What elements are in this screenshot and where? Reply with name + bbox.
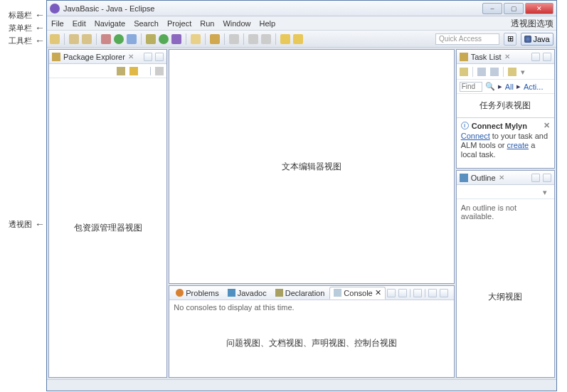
arrow-icon: ← xyxy=(35,22,45,33)
minimize-view-icon[interactable] xyxy=(531,174,540,182)
forward-icon[interactable] xyxy=(293,34,303,44)
focus-icon[interactable] xyxy=(508,68,516,76)
annotation-column: 标题栏← 菜单栏← 工具栏← 透视图← xyxy=(0,0,46,391)
menu-window[interactable]: Window xyxy=(223,19,250,28)
filter-all[interactable]: All xyxy=(505,83,514,91)
console-display-icon[interactable] xyxy=(398,289,407,297)
mylyn-create-link[interactable]: create xyxy=(507,141,529,149)
save-icon[interactable] xyxy=(69,34,79,44)
external-tools-icon[interactable] xyxy=(127,34,137,44)
save-all-icon[interactable] xyxy=(82,34,92,44)
problems-icon xyxy=(176,289,184,297)
window-title: JavaBasic - Java - Eclipse xyxy=(63,4,482,13)
view-menu-icon[interactable]: ▾ xyxy=(521,68,529,76)
new-icon[interactable] xyxy=(50,34,60,44)
categorize-icon[interactable] xyxy=(477,68,486,76)
close-button[interactable]: ✕ xyxy=(525,3,553,14)
tab-problems[interactable]: Problems xyxy=(172,287,222,300)
task-list-title[interactable]: Task List xyxy=(471,53,502,61)
java-icon xyxy=(524,36,531,43)
maximize-view-icon[interactable] xyxy=(440,289,448,297)
close-icon[interactable]: ✕ xyxy=(544,121,550,130)
collapse-all-icon[interactable] xyxy=(117,67,125,75)
search-icon[interactable] xyxy=(210,34,220,44)
menu-run[interactable]: Run xyxy=(200,19,214,28)
toolbar: Quick Access ⊞ Java xyxy=(47,31,556,48)
scheduled-icon[interactable] xyxy=(490,68,499,76)
workspace: Package Explorer ✕ 包资源管理器视图 文本编辑器视图 xyxy=(47,48,556,379)
outline-icon xyxy=(460,174,468,182)
arrow-icon: ← xyxy=(35,218,45,230)
editor-area[interactable]: 文本编辑器视图 xyxy=(169,49,454,284)
java-perspective-button[interactable]: Java xyxy=(521,33,553,46)
annotation-next-icon[interactable] xyxy=(261,34,271,44)
minimize-view-icon[interactable] xyxy=(531,53,540,61)
filter-activate[interactable]: Acti... xyxy=(524,83,544,91)
outline-view: Outline ✕ ▾ An outline is not available.… xyxy=(456,170,555,378)
minimize-button[interactable]: – xyxy=(482,3,502,14)
statusbar xyxy=(47,379,556,391)
new-class-icon[interactable] xyxy=(159,34,169,44)
package-explorer-icon xyxy=(52,53,60,61)
maximize-view-icon[interactable] xyxy=(543,174,551,182)
console-open-icon[interactable] xyxy=(413,289,422,297)
open-type-icon[interactable] xyxy=(191,34,201,44)
menu-project[interactable]: Project xyxy=(167,19,191,28)
package-explorer-title[interactable]: Package Explorer xyxy=(63,53,125,61)
search-icon[interactable]: 🔍 xyxy=(485,82,495,91)
view-menu-icon[interactable] xyxy=(155,67,164,75)
tab-console[interactable]: Console ✕ xyxy=(329,287,385,300)
outline-title[interactable]: Outline xyxy=(471,174,496,182)
mylyn-connect-link[interactable]: Connect xyxy=(461,132,490,140)
outline-caption: 大纲视图 xyxy=(461,221,550,373)
view-menu-icon[interactable]: ▾ xyxy=(543,188,551,196)
menu-navigate[interactable]: Navigate xyxy=(95,19,125,28)
bottom-view: Problems Javadoc Declaration Consol xyxy=(169,285,454,378)
javadoc-icon xyxy=(228,289,235,297)
close-tab-icon[interactable]: ✕ xyxy=(128,53,134,60)
package-explorer-view: Package Explorer ✕ 包资源管理器视图 xyxy=(48,49,167,378)
close-tab-icon[interactable]: ✕ xyxy=(504,53,510,60)
annotation-prev-icon[interactable] xyxy=(248,34,258,44)
task-list-icon xyxy=(460,53,468,61)
debug-icon[interactable] xyxy=(101,34,111,44)
menu-edit[interactable]: Edit xyxy=(73,19,86,28)
close-tab-icon[interactable]: ✕ xyxy=(375,288,381,297)
package-explorer-body: 包资源管理器视图 xyxy=(49,78,166,377)
toggle-mark-icon[interactable] xyxy=(229,34,239,44)
tab-javadoc[interactable]: Javadoc xyxy=(224,287,270,300)
close-tab-icon[interactable]: ✕ xyxy=(499,174,504,181)
quick-access-input[interactable]: Quick Access xyxy=(435,33,499,45)
info-icon: i xyxy=(461,122,469,129)
maximize-view-icon[interactable] xyxy=(155,53,164,61)
menu-search[interactable]: Search xyxy=(134,19,159,28)
bottom-caption: 问题视图、文档视图、声明视图、控制台视图 xyxy=(174,312,449,374)
run-icon[interactable] xyxy=(114,34,124,44)
arrow-icon: ← xyxy=(35,35,45,46)
minimize-view-icon[interactable] xyxy=(144,53,152,61)
new-interface-icon[interactable] xyxy=(171,34,181,44)
maximize-button[interactable]: ▢ xyxy=(504,3,524,14)
perspective-option-label: 透视图选项 xyxy=(511,16,553,31)
maximize-view-icon[interactable] xyxy=(543,53,551,61)
declaration-icon xyxy=(275,289,283,297)
menu-file[interactable]: File xyxy=(51,19,64,28)
minimize-view-icon[interactable] xyxy=(428,289,437,297)
arrow-icon: ← xyxy=(35,9,45,21)
tab-declaration[interactable]: Declaration xyxy=(272,287,329,300)
connect-mylyn-panel: i Connect Mylyn ✕ Connect to your task a… xyxy=(457,117,554,162)
eclipse-window: JavaBasic - Java - Eclipse – ▢ ✕ File Ed… xyxy=(46,0,557,391)
tasklist-caption: 任务列表视图 xyxy=(457,94,554,117)
titlebar[interactable]: JavaBasic - Java - Eclipse – ▢ ✕ xyxy=(47,1,556,16)
new-task-icon[interactable] xyxy=(460,68,468,76)
menu-help[interactable]: Help xyxy=(260,19,276,28)
link-editor-icon[interactable] xyxy=(129,67,138,75)
new-package-icon[interactable] xyxy=(146,34,156,44)
console-message: No consoles to display at this time. xyxy=(174,303,449,312)
find-input[interactable] xyxy=(460,82,482,92)
back-icon[interactable] xyxy=(280,34,290,44)
open-perspective-button[interactable]: ⊞ xyxy=(504,33,516,46)
console-icon xyxy=(334,289,341,297)
menubar: File Edit Navigate Search Project Run Wi… xyxy=(47,16,556,31)
console-pin-icon[interactable] xyxy=(387,289,396,297)
